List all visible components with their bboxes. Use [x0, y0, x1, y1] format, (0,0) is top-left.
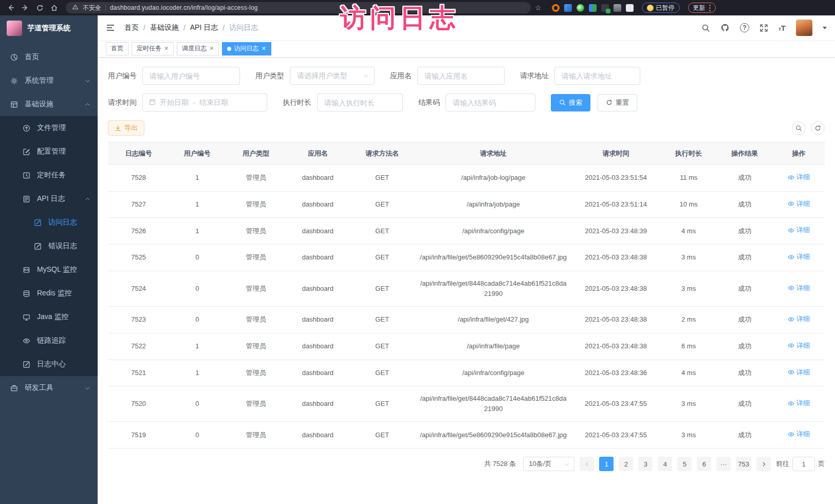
font-size-icon[interactable]: тT: [778, 24, 786, 32]
profile-paused-badge[interactable]: 已暂停: [642, 3, 680, 13]
page-button-4[interactable]: 4: [658, 457, 672, 471]
browser-menu-icon[interactable]: [709, 5, 711, 11]
sidebar-item-system[interactable]: 系统管理: [0, 69, 98, 92]
eye-icon: [23, 337, 30, 345]
close-icon[interactable]: ✕: [209, 45, 214, 52]
export-button[interactable]: 导出: [108, 120, 144, 136]
page-button-2[interactable]: 2: [619, 457, 633, 471]
user-id-input[interactable]: [142, 67, 240, 85]
browser-update-button[interactable]: 更新: [688, 3, 716, 13]
sidebar-item-log-center[interactable]: 日志中心: [0, 352, 98, 376]
breadcrumb-infra[interactable]: 基础设施: [150, 23, 179, 32]
request-url-label: 请求地址: [520, 71, 549, 81]
duration-input[interactable]: [317, 94, 403, 111]
breadcrumb-home[interactable]: 首页: [124, 23, 139, 32]
detail-link[interactable]: 详细: [788, 252, 810, 262]
search-button[interactable]: 搜索: [551, 94, 590, 111]
detail-link[interactable]: 详细: [788, 367, 810, 378]
sidebar-item-redis[interactable]: Redis 监控: [0, 282, 98, 305]
avatar-caret-icon[interactable]: [823, 27, 827, 29]
page-more-button[interactable]: ···: [716, 457, 731, 471]
sidebar-item-access-log[interactable]: 访问日志: [0, 211, 98, 234]
sidebar-item-api-log[interactable]: API 日志: [0, 187, 98, 211]
goto-page-input[interactable]: [792, 457, 815, 471]
extension-icon[interactable]: [589, 4, 597, 12]
close-icon[interactable]: ✕: [164, 45, 169, 52]
help-icon[interactable]: ?: [740, 23, 749, 32]
browser-reload-icon[interactable]: [34, 2, 45, 13]
extension-icon[interactable]: [564, 4, 572, 12]
goto-suffix: 页: [818, 459, 825, 469]
infra-submenu: 文件管理 配置管理 定时任务 API 日志 访问日志: [0, 116, 98, 376]
extension-icon[interactable]: [577, 4, 584, 12]
page-button-3[interactable]: 3: [638, 457, 653, 471]
result-code-label: 结果码: [418, 98, 440, 107]
sidebar-item-file[interactable]: 文件管理: [0, 116, 98, 140]
sidebar-item-infra[interactable]: 基础设施: [0, 92, 98, 116]
page-button-1[interactable]: 1: [599, 457, 614, 471]
detail-link[interactable]: 详细: [788, 172, 810, 182]
sidebar-item-trace[interactable]: 链路追踪: [0, 329, 98, 352]
page-size-select[interactable]: 10条/页: [523, 457, 574, 471]
tag-job-log[interactable]: 调度日志✕: [177, 42, 219, 55]
close-icon[interactable]: ✕: [261, 45, 266, 52]
app-name-input[interactable]: [417, 67, 505, 85]
refresh-button[interactable]: [811, 121, 825, 135]
tag-home[interactable]: 首页: [106, 42, 128, 55]
reset-button[interactable]: 重置: [598, 94, 637, 111]
schedule-icon: [23, 172, 30, 179]
page-url[interactable]: dashboard.yudao.iocoder.cn/infra/log/api…: [110, 4, 258, 11]
page-button-5[interactable]: 5: [677, 457, 692, 471]
tag-access-log[interactable]: 访问日志✕: [222, 42, 271, 55]
detail-link[interactable]: 详细: [788, 283, 810, 293]
detail-link[interactable]: 详细: [788, 225, 810, 235]
bookmark-star-icon[interactable]: ☆: [535, 4, 542, 12]
detail-link[interactable]: 详细: [788, 199, 810, 209]
sidebar-item-job[interactable]: 定时任务: [0, 163, 98, 187]
request-url-input[interactable]: [554, 67, 640, 85]
result-code-input[interactable]: [446, 94, 535, 111]
next-page-button[interactable]: [756, 457, 771, 471]
filter-row-2: 请求时间 开始日期 - 结束日期 执行时长 结果码: [108, 94, 825, 111]
sidebar-item-mysql[interactable]: MySQL 监控: [0, 258, 98, 282]
table-row: 75261管理员dashboardGET/api/infra/config/pa…: [108, 218, 825, 245]
detail-link[interactable]: 详细: [788, 398, 810, 408]
breadcrumb-api-log[interactable]: API 日志: [190, 23, 218, 32]
sidebar-item-devtools[interactable]: 研发工具: [0, 376, 98, 400]
access-log-table: 日志编号 用户编号 用户类型 应用名 请求方法名 请求地址 请求时间 执行时长 …: [108, 142, 825, 449]
toggle-search-button[interactable]: [792, 121, 806, 135]
address-bar[interactable]: 不安全 dashboard.yudao.iocoder.cn/infra/log…: [66, 2, 531, 13]
browser-back-icon[interactable]: [5, 2, 16, 13]
page-button-6[interactable]: 6: [697, 457, 711, 471]
filter-row-1: 用户编号 用户类型 请选择用户类型 应用名 请求地址: [108, 67, 825, 85]
browser-forward-icon[interactable]: [20, 2, 31, 13]
user-avatar[interactable]: [796, 20, 812, 36]
user-type-select[interactable]: 请选择用户类型: [290, 67, 375, 85]
detail-link[interactable]: 详细: [788, 341, 810, 351]
prev-page-button[interactable]: [580, 457, 594, 471]
app-logo[interactable]: 芋道管理系统: [0, 15, 98, 41]
detail-link[interactable]: 详细: [788, 314, 810, 324]
header-search-icon[interactable]: [701, 24, 710, 32]
sidebar-item-error-log[interactable]: 错误日志: [0, 234, 98, 258]
fullscreen-icon[interactable]: [759, 24, 768, 32]
request-time-range-picker[interactable]: 开始日期 - 结束日期: [142, 94, 267, 111]
github-icon[interactable]: [720, 23, 730, 32]
table-row: 75271管理员dashboardGET/api/infra/job/page2…: [108, 191, 825, 218]
extension-icon[interactable]: [552, 4, 560, 12]
sidebar-item-config[interactable]: 配置管理: [0, 140, 98, 163]
sidebar-item-java[interactable]: Java 监控: [0, 305, 98, 329]
page-button-753[interactable]: 753: [736, 457, 751, 471]
tag-job[interactable]: 定时任务✕: [132, 42, 174, 55]
sidebar-item-home[interactable]: 首页: [0, 45, 98, 69]
extension-icon[interactable]: [614, 4, 621, 12]
user-id-label: 用户编号: [108, 71, 137, 81]
extension-translate-icon[interactable]: [601, 4, 609, 12]
extensions-puzzle-icon[interactable]: [626, 4, 634, 12]
upload-cloud-icon: [23, 124, 30, 132]
detail-link[interactable]: 详细: [788, 429, 810, 439]
hamburger-icon[interactable]: [106, 23, 115, 32]
edit-icon: [23, 148, 30, 156]
address-separator: [105, 5, 106, 11]
browser-home-icon[interactable]: [48, 2, 60, 13]
